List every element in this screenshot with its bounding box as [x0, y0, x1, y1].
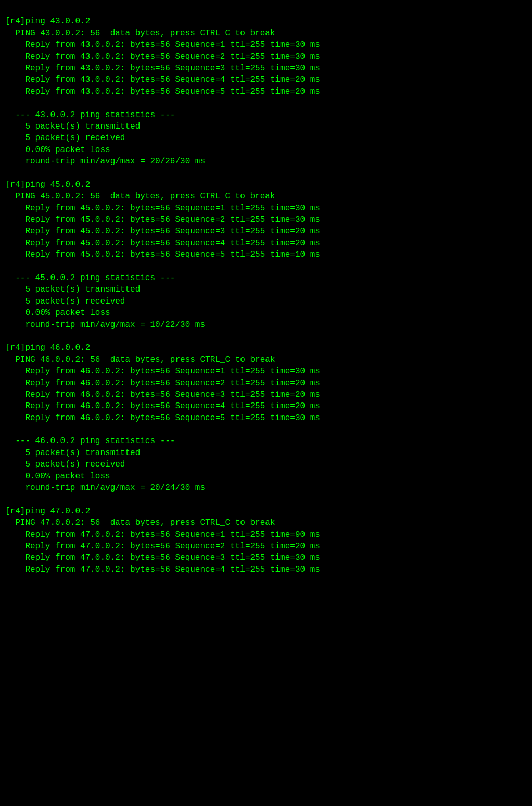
terminal-line: round-trip min/avg/max = 10/22/30 ms — [5, 319, 527, 331]
terminal-line: Reply from 46.0.0.2: bytes=56 Sequence=2… — [5, 377, 527, 389]
terminal-line: PING 43.0.0.2: 56 data bytes, press CTRL… — [5, 28, 527, 39]
terminal-line: Reply from 43.0.0.2: bytes=56 Sequence=4… — [5, 74, 527, 85]
terminal-line: Reply from 43.0.0.2: bytes=56 Sequence=3… — [5, 62, 527, 74]
terminal-line: Reply from 45.0.0.2: bytes=56 Sequence=5… — [5, 249, 527, 260]
terminal-line — [5, 261, 527, 272]
terminal-line: --- 43.0.0.2 ping statistics --- — [5, 109, 527, 121]
terminal-line: Reply from 43.0.0.2: bytes=56 Sequence=2… — [5, 51, 527, 62]
terminal-line: round-trip min/avg/max = 20/24/30 ms — [5, 482, 527, 494]
terminal-line: Reply from 46.0.0.2: bytes=56 Sequence=4… — [5, 400, 527, 412]
terminal-line: Reply from 46.0.0.2: bytes=56 Sequence=1… — [5, 366, 527, 377]
terminal-line: Reply from 47.0.0.2: bytes=56 Sequence=1… — [5, 529, 527, 540]
terminal-line: [r4]ping 46.0.0.2 — [5, 342, 527, 354]
terminal-line: Reply from 43.0.0.2: bytes=56 Sequence=5… — [5, 86, 527, 97]
terminal-line — [5, 167, 527, 179]
terminal-line — [5, 424, 527, 435]
terminal-line: Reply from 45.0.0.2: bytes=56 Sequence=2… — [5, 214, 527, 225]
terminal-line: Reply from 47.0.0.2: bytes=56 Sequence=2… — [5, 540, 527, 552]
terminal-line: 5 packet(s) transmitted — [5, 121, 527, 132]
terminal-line: [r4]ping 43.0.0.2 — [5, 16, 527, 27]
terminal-line: Reply from 45.0.0.2: bytes=56 Sequence=1… — [5, 203, 527, 214]
terminal-line: [r4]ping 47.0.0.2 — [5, 506, 527, 517]
terminal-line: Reply from 45.0.0.2: bytes=56 Sequence=4… — [5, 237, 527, 249]
terminal-line: PING 45.0.0.2: 56 data bytes, press CTRL… — [5, 191, 527, 202]
terminal-line — [5, 97, 527, 109]
terminal-line: [r4]ping 45.0.0.2 — [5, 179, 527, 191]
terminal-line: PING 47.0.0.2: 56 data bytes, press CTRL… — [5, 517, 527, 528]
terminal-line: Reply from 46.0.0.2: bytes=56 Sequence=3… — [5, 389, 527, 400]
terminal-line: Reply from 47.0.0.2: bytes=56 Sequence=3… — [5, 552, 527, 563]
terminal-line: --- 46.0.0.2 ping statistics --- — [5, 435, 527, 447]
terminal-line: 0.00% packet loss — [5, 307, 527, 319]
terminal-line: 5 packet(s) received — [5, 132, 527, 144]
terminal-line — [5, 494, 527, 505]
terminal-line: 0.00% packet loss — [5, 471, 527, 482]
terminal-line — [5, 331, 527, 342]
terminal-output: [r4]ping 43.0.0.2 PING 43.0.0.2: 56 data… — [5, 4, 527, 575]
terminal-line: Reply from 47.0.0.2: bytes=56 Sequence=4… — [5, 564, 527, 575]
terminal-line: --- 45.0.0.2 ping statistics --- — [5, 272, 527, 284]
terminal-line: 5 packet(s) received — [5, 459, 527, 470]
terminal-line: 5 packet(s) transmitted — [5, 447, 527, 459]
terminal-line: 5 packet(s) received — [5, 296, 527, 307]
terminal-line: 0.00% packet loss — [5, 144, 527, 156]
terminal-line: Reply from 43.0.0.2: bytes=56 Sequence=1… — [5, 39, 527, 51]
terminal-line: PING 46.0.0.2: 56 data bytes, press CTRL… — [5, 354, 527, 366]
terminal-line: Reply from 46.0.0.2: bytes=56 Sequence=5… — [5, 412, 527, 424]
terminal-line: 5 packet(s) transmitted — [5, 284, 527, 295]
terminal-line: round-trip min/avg/max = 20/26/30 ms — [5, 156, 527, 167]
terminal-line: Reply from 45.0.0.2: bytes=56 Sequence=3… — [5, 225, 527, 237]
